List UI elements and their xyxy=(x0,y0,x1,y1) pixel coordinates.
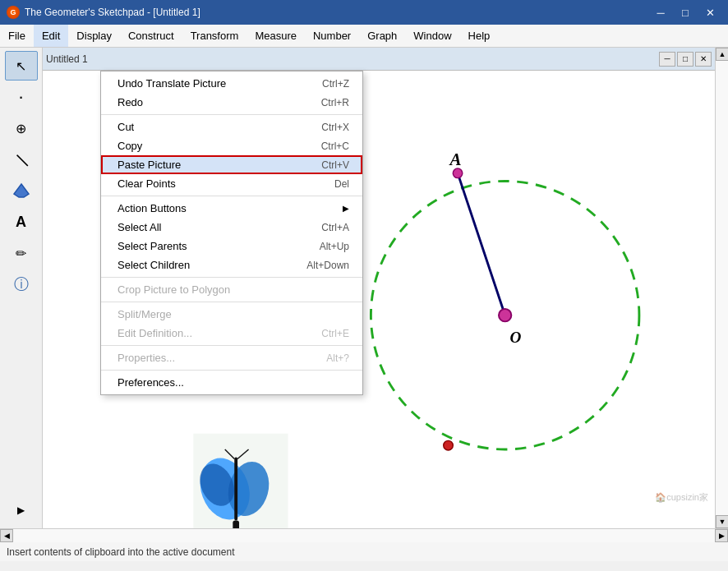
scroll-right-btn[interactable]: ▶ xyxy=(715,529,728,542)
inner-window-title: Untitled 1 xyxy=(46,53,88,65)
svg-text:O: O xyxy=(509,329,521,346)
menu-copy[interactable]: Copy Ctrl+C xyxy=(101,136,362,155)
menu-number[interactable]: Number xyxy=(305,25,359,47)
scroll-down-btn[interactable]: ▼ xyxy=(716,515,728,528)
menu-select-all[interactable]: Select All Ctrl+A xyxy=(101,218,362,237)
menu-properties: Properties... Alt+? xyxy=(101,348,362,367)
menu-paste[interactable]: Paste Picture Ctrl+V xyxy=(101,155,362,174)
scroll-track-horizontal[interactable] xyxy=(13,529,715,542)
inner-minimize-btn[interactable]: ─ xyxy=(659,52,675,67)
scroll-track-right[interactable] xyxy=(716,61,728,515)
menu-display[interactable]: Display xyxy=(68,25,120,47)
title-bar-left: G The Geometer's Sketchpad - [Untitled 1… xyxy=(7,6,200,19)
main-container: ↖ · ⊕ | A ✏ ⓘ ▶ Untitled 1 ─ □ ✕ xyxy=(0,48,728,528)
minimize-button[interactable]: ─ xyxy=(649,3,672,21)
menu-select-parents[interactable]: Select Parents Alt+Up xyxy=(101,237,362,256)
scroll-up-btn[interactable]: ▲ xyxy=(716,48,728,61)
menu-file[interactable]: File xyxy=(0,25,34,47)
menu-undo[interactable]: Undo Translate Picture Ctrl+Z xyxy=(101,74,362,93)
inner-titlebar: Untitled 1 ─ □ ✕ xyxy=(43,48,715,71)
toolbar: ↖ · ⊕ | A ✏ ⓘ ▶ xyxy=(0,48,43,528)
menu-bar: File Edit Display Construct Transform Me… xyxy=(0,25,728,48)
svg-marker-0 xyxy=(14,184,29,197)
title-controls: ─ □ ✕ xyxy=(649,3,721,21)
scrollbar-right: ▲ ▼ xyxy=(715,48,728,528)
close-button[interactable]: ✕ xyxy=(698,3,721,21)
app-icon: G xyxy=(7,6,20,19)
select-tool[interactable]: ↖ xyxy=(5,51,38,81)
menu-preferences[interactable]: Preferences... xyxy=(101,373,362,392)
svg-point-5 xyxy=(499,309,511,321)
svg-rect-16 xyxy=(233,520,239,528)
menu-cut[interactable]: Cut Ctrl+X xyxy=(101,117,362,136)
separator-2 xyxy=(101,196,362,196)
status-message: Insert contents of clipboard into the ac… xyxy=(7,546,235,558)
svg-point-4 xyxy=(453,168,463,178)
watermark: 🏠cupsizin家 xyxy=(655,491,708,504)
svg-rect-12 xyxy=(234,458,237,521)
line-tool[interactable]: | xyxy=(0,137,43,182)
scrollbar-horizontal: ◀ ▶ xyxy=(0,528,728,541)
separator-1 xyxy=(101,114,362,115)
separator-5 xyxy=(101,345,362,346)
scroll-left-btn[interactable]: ◀ xyxy=(0,529,13,542)
svg-line-2 xyxy=(458,173,505,315)
separator-3 xyxy=(101,277,362,278)
menu-edit[interactable]: Edit xyxy=(34,25,68,47)
menu-edit-definition: Edit Definition... Ctrl+E xyxy=(101,324,362,343)
marker-tool[interactable]: ✏ xyxy=(5,238,38,268)
menu-graph[interactable]: Graph xyxy=(359,25,405,47)
inner-close-btn[interactable]: ✕ xyxy=(695,52,712,67)
menu-measure[interactable]: Measure xyxy=(247,25,305,47)
window-title: The Geometer's Sketchpad - [Untitled 1] xyxy=(25,7,200,18)
more-tool[interactable]: ▶ xyxy=(5,495,38,525)
status-bar: Insert contents of clipboard into the ac… xyxy=(0,541,728,561)
edit-dropdown-menu: Undo Translate Picture Ctrl+Z Redo Ctrl+… xyxy=(100,71,363,395)
info-tool[interactable]: ⓘ xyxy=(5,269,38,299)
inner-maximize-btn[interactable]: □ xyxy=(677,52,693,67)
separator-4 xyxy=(101,302,362,302)
title-bar: G The Geometer's Sketchpad - [Untitled 1… xyxy=(0,0,728,25)
menu-transform[interactable]: Transform xyxy=(182,25,247,47)
menu-action-buttons[interactable]: Action Buttons ▶ xyxy=(101,199,362,218)
menu-split-merge: Split/Merge xyxy=(101,305,362,324)
menu-redo[interactable]: Redo Ctrl+R xyxy=(101,93,362,112)
separator-6 xyxy=(101,370,362,371)
maximize-button[interactable]: □ xyxy=(674,3,697,21)
point-tool[interactable]: · xyxy=(5,82,38,112)
svg-text:A: A xyxy=(448,150,461,169)
canvas-area: Untitled 1 ─ □ ✕ A O xyxy=(43,48,715,528)
svg-point-7 xyxy=(444,440,454,450)
menu-construct[interactable]: Construct xyxy=(120,25,182,47)
text-tool[interactable]: A xyxy=(5,207,38,237)
inner-title-controls: ─ □ ✕ xyxy=(659,52,712,67)
menu-help[interactable]: Help xyxy=(460,25,499,47)
menu-select-children[interactable]: Select Children Alt+Down xyxy=(101,256,362,274)
menu-crop: Crop Picture to Polygon xyxy=(101,280,362,299)
menu-window[interactable]: Window xyxy=(405,25,459,47)
menu-clear[interactable]: Clear Points Del xyxy=(101,174,362,193)
